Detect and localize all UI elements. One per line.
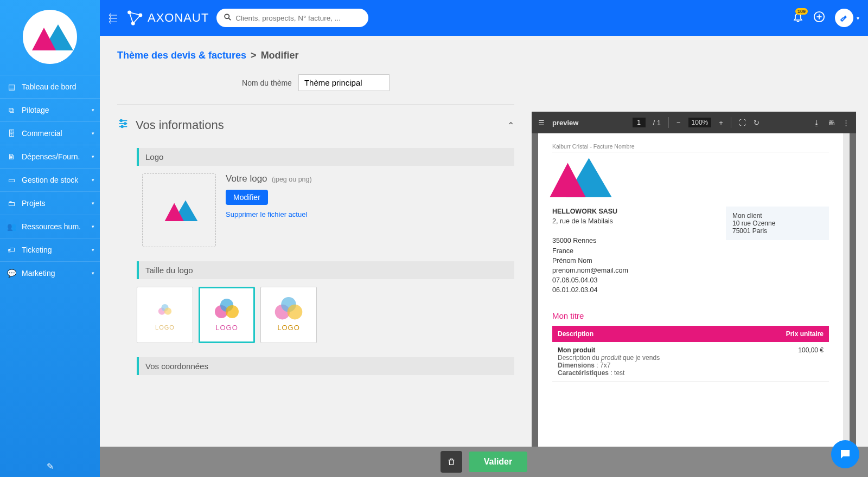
doc-title: Mon titre: [552, 311, 829, 320]
trash-icon: [447, 457, 456, 466]
modify-logo-button[interactable]: Modifier: [226, 190, 268, 205]
search-box[interactable]: [216, 9, 368, 27]
theme-name-label: Nom du thème: [242, 79, 292, 87]
sidebar-collapse-icon[interactable]: ⬱: [108, 12, 117, 24]
settings-menu[interactable]: ▾: [835, 9, 859, 27]
page-current-input[interactable]: [633, 118, 646, 127]
logo-size-large[interactable]: LOGO: [260, 287, 317, 343]
chat-widget[interactable]: [831, 440, 859, 468]
row-price: 100,00 €: [746, 342, 829, 382]
svg-point-3: [225, 14, 229, 18]
search-input[interactable]: [235, 14, 361, 22]
more-icon[interactable]: ⋮: [843, 119, 850, 127]
dashboard-icon: ▤: [7, 82, 16, 92]
company-country: France: [552, 246, 829, 256]
sidebar-item-marketing[interactable]: 💬Marketing▾: [0, 261, 100, 285]
pdf-toolbar: ☰ preview / 1 − 100% + ⛶ ↻ ⭳ 🖶 ⋮: [532, 112, 856, 133]
section-infos-title: Vos informations: [136, 118, 224, 132]
logo-heading: Logo: [137, 148, 514, 166]
add-button[interactable]: [813, 11, 825, 25]
preview-pane: ☰ preview / 1 − 100% + ⛶ ↻ ⭳ 🖶 ⋮: [532, 36, 868, 477]
delete-button[interactable]: [441, 451, 462, 473]
sidebar-item-pilotage[interactable]: ⧉Pilotage▾: [0, 98, 100, 121]
zoom-in-icon[interactable]: +: [719, 119, 723, 127]
sidebar-item-label: Pilotage: [22, 106, 49, 114]
client-box: Mon client 10 rue Ozenne 75001 Paris: [726, 207, 829, 240]
people-icon: 👥: [7, 222, 16, 231]
topbar: ⬱ AXONAUT 109 ▾: [100, 0, 868, 36]
coords-heading: Vos coordonnées: [137, 357, 514, 375]
sidebar-item-stock[interactable]: ▭Gestion de stock▾: [0, 168, 100, 191]
sidebar-item-label: Ticketing: [22, 246, 52, 254]
sidebar-item-projects[interactable]: 🗀Projets▾: [0, 191, 100, 215]
chevron-down-icon: ▾: [92, 107, 94, 113]
chevron-down-icon: ▾: [92, 247, 94, 253]
folder-icon: 🗀: [7, 198, 16, 208]
page-total: / 1: [653, 119, 661, 127]
chevron-up-icon[interactable]: ⌃: [507, 120, 514, 131]
settings-avatar: [835, 9, 853, 27]
sidebar-item-dashboard[interactable]: ▤Tableau de bord: [0, 75, 100, 98]
delete-logo-link[interactable]: Supprimer le fichier actuel: [226, 210, 312, 218]
logo-preview: [142, 173, 216, 247]
chevron-down-icon: ▾: [92, 131, 94, 136]
sidebar-item-label: Gestion de stock: [22, 176, 78, 184]
company-phone2: 06.01.02.03.04: [552, 285, 829, 295]
svg-point-12: [124, 123, 126, 125]
print-icon[interactable]: 🖶: [828, 119, 835, 127]
briefcase-icon: 🗄: [7, 128, 16, 138]
breadcrumb-parent[interactable]: Thème des devis & factures: [117, 50, 246, 61]
col-description: Description: [552, 326, 746, 342]
plus-circle-icon: [813, 11, 825, 23]
sidebar-item-commercial[interactable]: 🗄Commercial▾: [0, 121, 100, 145]
sidebar-item-expenses[interactable]: 🗎Dépenses/Fourn.▾: [0, 145, 100, 168]
chat-icon: 💬: [7, 268, 16, 278]
logo-size-small[interactable]: LOGO: [137, 287, 193, 343]
download-icon[interactable]: ⭳: [813, 119, 820, 127]
zoom-out-icon[interactable]: −: [676, 119, 681, 127]
company-email: prenom.nom@email.com: [552, 266, 829, 275]
chevron-down-icon: ▾: [92, 154, 94, 159]
caret-down-icon: ▾: [857, 15, 859, 21]
notifications-button[interactable]: 109: [793, 11, 803, 24]
preview-label: preview: [552, 119, 578, 127]
notification-count: 109: [795, 8, 808, 15]
client-street: 10 rue Ozenne: [732, 220, 822, 227]
app-logo: [23, 10, 77, 64]
brand: AXONAUT: [125, 9, 209, 27]
validate-button[interactable]: Valider: [469, 452, 527, 472]
sidebar: ▤Tableau de bord ⧉Pilotage▾ 🗄Commercial▾…: [0, 0, 100, 477]
brand-text: AXONAUT: [148, 11, 209, 25]
sidebar-item-ticketing[interactable]: 🏷Ticketing▾: [0, 238, 100, 261]
preview-scrollbar[interactable]: [843, 133, 850, 469]
tune-icon: [117, 118, 129, 133]
svg-point-11: [120, 120, 123, 122]
sidebar-item-hr[interactable]: 👥Ressources hum.▾: [0, 215, 100, 238]
breadcrumb-sep: >: [251, 50, 257, 61]
tag-icon: 🏷: [7, 245, 16, 255]
client-city: 75001 Paris: [732, 227, 822, 235]
sidebar-item-label: Commercial: [22, 129, 62, 138]
brand-icon: [125, 9, 143, 27]
company-phone1: 07.06.05.04.03: [552, 275, 829, 285]
rotate-icon[interactable]: ↻: [754, 119, 760, 127]
zoom-level[interactable]: 100%: [688, 118, 712, 127]
menu-icon[interactable]: ☰: [538, 119, 545, 127]
theme-name-input[interactable]: [298, 74, 390, 91]
logo-hint: (jpeg ou png): [272, 176, 312, 183]
footer-bar: Valider: [100, 447, 868, 477]
fit-page-icon[interactable]: ⛶: [739, 119, 746, 127]
svg-point-13: [121, 126, 123, 128]
chat-bubble-icon: [839, 448, 852, 461]
sidebar-edit-icon[interactable]: ✎: [0, 456, 100, 477]
pdf-body[interactable]: Kaiburr Cristal - Facture Nombre Mon cli…: [532, 133, 856, 477]
sidebar-item-label: Projets: [22, 199, 46, 208]
row-product: Mon produit: [558, 346, 741, 354]
logo-size-medium[interactable]: LOGO: [199, 287, 255, 343]
logo-title: Votre logo: [226, 173, 267, 184]
pdf-header: Kaiburr Cristal - Facture Nombre: [552, 143, 829, 150]
table-row: Mon produit Description du produit que j…: [552, 342, 829, 382]
client-name: Mon client: [732, 212, 822, 220]
svg-line-4: [229, 18, 231, 21]
section-infos-header[interactable]: Vos informations ⌃: [117, 114, 514, 143]
